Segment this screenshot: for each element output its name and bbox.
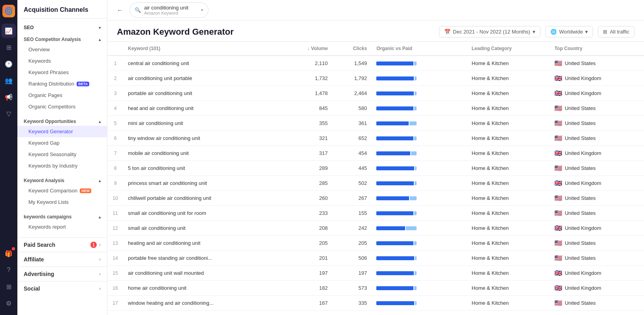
sidebar-item-keyword-generator[interactable]: Keyword Generator [17,126,107,137]
cell-volume: 167 [282,296,332,311]
sidebar-item-keywords-report[interactable]: Keywords report [17,221,107,233]
cell-country: 🇺🇸 United States [550,116,644,131]
table-row: 17 window heating and air conditioning..… [107,296,644,311]
cell-volume: 285 [282,176,332,191]
sidebar-item-keywords-by-industry[interactable]: Keywords by Industry [17,160,107,171]
cell-num: 16 [107,281,123,296]
seo-competitor-chevron-icon: ▴ [99,37,101,42]
table-row: 11 small air conditioning unit for room … [107,206,644,221]
bar-organic [376,136,413,140]
nav-icon-filter[interactable]: ▽ [2,106,16,121]
sidebar-item-keyword-comparison[interactable]: Keyword Comparison NEW [17,185,107,196]
sidebar-main-affiliate[interactable]: Affiliate › [17,252,107,267]
sidebar-main-advertising[interactable]: Advertising › [17,267,107,281]
sidebar-item-keywords[interactable]: Keywords [17,55,107,67]
country-flag: 🇬🇧 [554,75,562,82]
nav-icon-analytics[interactable]: 📈 [2,24,16,38]
table-area: Keyword (101) ↓ Volume Clicks Organic vs… [107,42,644,315]
sidebar-item-ranking-distribution[interactable]: Ranking Distribution BETA [17,78,107,89]
cell-num: 15 [107,266,123,281]
nav-icon-settings[interactable]: ⚙ [2,296,16,310]
table-row: 8 5 ton air conditioning unit 289 445 Ho… [107,161,644,176]
cell-volume: 2,110 [282,56,332,71]
country-name: United Kingdom [565,270,601,276]
bar-paid [414,241,417,245]
cell-organic-vs-paid [372,71,467,86]
cell-category: Home & Kitchen [467,146,550,161]
nav-icon-grid[interactable]: ⊞ [2,280,16,294]
col-leading-category[interactable]: Leading Category [467,42,550,56]
col-volume[interactable]: ↓ Volume [282,42,332,56]
cell-clicks: 1,792 [332,71,372,86]
bar-organic [376,241,413,245]
cell-organic-vs-paid [372,206,467,221]
seo-competitor-header[interactable]: SEO Competitor Analysis ▴ [17,34,107,44]
sidebar-main-social[interactable]: Social › [17,281,107,296]
cell-clicks: 197 [332,266,372,281]
bar-organic [376,301,414,305]
search-pill[interactable]: 🔍 air conditioning unit Amazon Keyword ▾ [130,2,208,18]
seo-header[interactable]: SEO ▾ [17,22,107,32]
new-badge: NEW [80,188,91,193]
date-filter-button[interactable]: 📅 Dec 2021 - Nov 2022 (12 Months) ▾ [439,26,541,37]
cell-clicks: 242 [332,221,372,236]
cell-category: Home & Kitchen [467,101,550,116]
sidebar-item-keyword-gap[interactable]: Keyword Gap [17,137,107,149]
bar-paid [415,256,417,260]
sidebar-item-keyword-seasonality[interactable]: Keyword Seasonality [17,149,107,160]
bar-organic [376,166,414,170]
table-row: 14 portable free standing air conditioni… [107,251,644,266]
sidebar-main-paid-search[interactable]: Paid Search 1 › [17,237,107,252]
date-filter-chevron-icon: ▾ [533,29,535,35]
cell-organic-vs-paid [372,116,467,131]
sidebar-item-organic-competitors[interactable]: Organic Competitors [17,101,107,112]
keywords-campaigns-header[interactable]: keywords campaigns ▴ [17,211,107,221]
col-top-country[interactable]: Top Country [550,42,644,56]
social-label: Social [24,285,40,292]
cell-num: 7 [107,146,123,161]
table-row: 15 air conditioning unit wall mounted 19… [107,266,644,281]
nav-icon-people[interactable]: 👥 [2,73,16,88]
cell-organic-vs-paid [372,86,467,101]
bar-organic [376,151,410,155]
cell-organic-vs-paid [372,311,467,315]
cell-organic-vs-paid [372,296,467,311]
seo-chevron-icon: ▾ [99,26,101,30]
bar-organic [376,76,414,80]
keyword-opportunities-header[interactable]: Keyword Opportunities ▴ [17,116,107,126]
globe-icon: 🌐 [550,29,557,35]
bar-paid [414,136,417,140]
cell-volume: 233 [282,206,332,221]
country-name: United Kingdom [565,90,601,96]
country-name: United States [565,195,595,201]
col-keyword[interactable]: Keyword (101) [123,42,282,56]
cell-num: 14 [107,251,123,266]
nav-icon-clock[interactable]: 🕐 [2,57,16,71]
bar-paid [414,106,417,110]
back-button[interactable]: ← [115,5,125,15]
cell-num: 6 [107,131,123,146]
cell-volume: 355 [282,116,332,131]
bar-organic [376,106,413,110]
country-flag: 🇺🇸 [554,134,562,142]
nav-icon-dashboard[interactable]: ⊞ [2,40,16,54]
table-row: 13 heating and air conditioning unit 205… [107,236,644,251]
col-clicks[interactable]: Clicks [332,42,372,56]
country-flag: 🇬🇧 [554,179,562,187]
cell-volume: 182 [282,281,332,296]
cell-category: Home & Kitchen [467,311,550,315]
country-flag: 🇺🇸 [554,104,562,112]
traffic-filter-button[interactable]: ⊞ All traffic [598,26,635,37]
keyword-analysis-header[interactable]: Keyword Analysis ▴ [17,175,107,185]
location-filter-button[interactable]: 🌐 Worldwide ▾ [545,26,593,37]
cell-country: 🇺🇸 United States [550,191,644,206]
sidebar-item-organic-pages[interactable]: Organic Pages [17,89,107,101]
nav-icon-gift[interactable]: 🎁 [2,246,16,261]
country-flag: 🇬🇧 [554,284,562,292]
nav-icon-megaphone[interactable]: 📢 [2,90,16,104]
cell-keyword: heat and air conditioning unit [123,101,282,116]
sidebar-item-my-keyword-lists[interactable]: My Keyword Lists [17,196,107,208]
sidebar-item-overview[interactable]: Overview [17,44,107,55]
sidebar-item-keyword-phrases[interactable]: Keyword Phrases [17,67,107,78]
nav-icon-question[interactable]: ? [2,263,16,277]
